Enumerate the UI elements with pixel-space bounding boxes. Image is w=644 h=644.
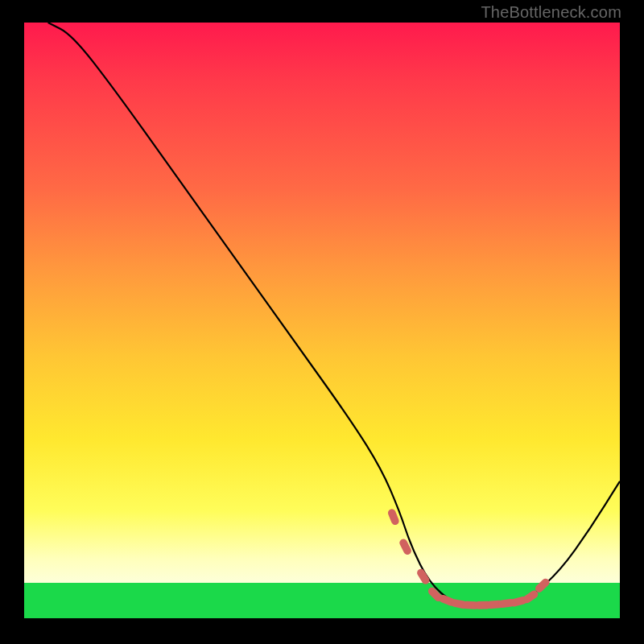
trough-marker <box>443 599 451 602</box>
trough-marker <box>432 592 439 598</box>
trough-marker <box>539 583 546 589</box>
trough-marker <box>514 601 523 603</box>
chart-frame: TheBottleneck.com <box>0 0 644 644</box>
trough-marker <box>421 573 426 580</box>
trough-marker <box>467 605 476 605</box>
trough-marker <box>490 605 499 605</box>
trough-marker <box>502 603 511 604</box>
trough-marker <box>392 513 395 521</box>
bottleneck-curve <box>48 23 620 605</box>
plot-area <box>24 23 620 618</box>
trough-markers <box>392 513 546 605</box>
trough-marker <box>403 543 407 551</box>
trough-marker <box>455 603 464 605</box>
curve-layer <box>24 23 620 618</box>
watermark-text: TheBottleneck.com <box>481 3 621 22</box>
trough-marker <box>526 594 534 599</box>
curve-path <box>48 23 620 605</box>
